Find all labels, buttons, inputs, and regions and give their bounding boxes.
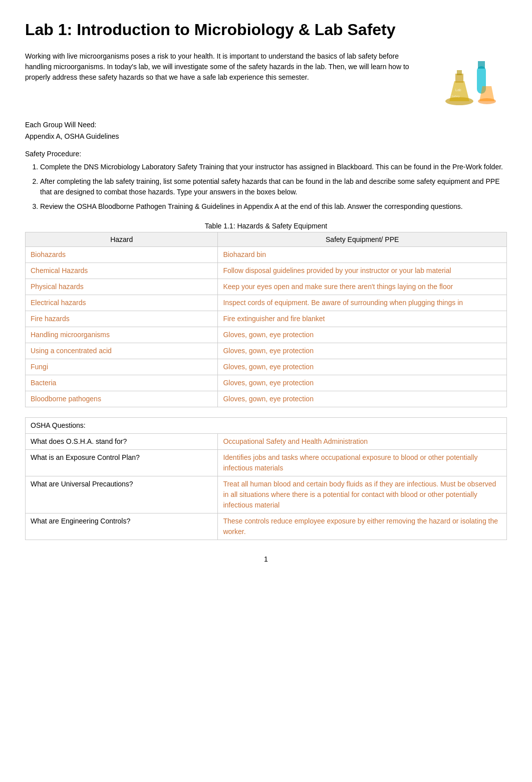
table-header-ppe: Safety Equipment/ PPE xyxy=(218,232,507,247)
svg-text:Lab: Lab xyxy=(455,88,461,92)
osha-answer: Occupational Safety and Health Administr… xyxy=(218,434,507,450)
step-2: After completing the lab safety training… xyxy=(40,176,507,197)
svg-rect-3 xyxy=(457,70,462,75)
materials-items: Appendix A, OSHA Guidelines xyxy=(25,131,507,142)
table-row: Bloodborne pathogens xyxy=(26,391,218,407)
table-row: Handling microorganisms xyxy=(26,327,218,343)
lab-image: Lab Safety xyxy=(427,51,507,111)
intro-section: Working with live microorganisms poses a… xyxy=(25,51,507,111)
table-row: Using a concentrated acid xyxy=(26,343,218,359)
page-title: Lab 1: Introduction to Microbiology & La… xyxy=(25,20,507,39)
table-row: Electrical hazards xyxy=(26,295,218,311)
hazard-table: Hazard Safety Equipment/ PPE BiohazardsB… xyxy=(25,232,507,407)
table-row: Biohazards xyxy=(26,247,218,263)
table-header-hazard: Hazard xyxy=(26,232,218,247)
table-row: Bacteria xyxy=(26,375,218,391)
table-row-ppe: Gloves, gown, eye protection xyxy=(218,391,507,407)
table-row: Fungi xyxy=(26,359,218,375)
osha-label: OSHA Questions: xyxy=(26,418,507,434)
table-row-ppe: Fire extinguisher and fire blanket xyxy=(218,311,507,327)
osha-questions-table: OSHA Questions:What does O.S.H.A. stand … xyxy=(25,417,507,540)
table-row-ppe: Inspect cords of equipment. Be aware of … xyxy=(218,295,507,311)
osha-question: What does O.S.H.A. stand for? xyxy=(26,434,218,450)
table-row-ppe: Gloves, gown, eye protection xyxy=(218,327,507,343)
table-row-ppe: Gloves, gown, eye protection xyxy=(218,359,507,375)
page-number: 1 xyxy=(25,555,507,563)
step-3: Review the OSHA Bloodborne Pathogen Trai… xyxy=(40,201,507,212)
osha-question: What are Engineering Controls? xyxy=(26,513,218,540)
osha-question: What is an Exposure Control Plan? xyxy=(26,450,218,476)
table-row-ppe: Gloves, gown, eye protection xyxy=(218,375,507,391)
table-row-ppe: Follow disposal guidelines provided by y… xyxy=(218,263,507,279)
safety-procedure-list: Complete the DNS Microbiology Laboratory… xyxy=(25,162,507,212)
materials-block: Each Group Will Need: Appendix A, OSHA G… xyxy=(25,119,507,142)
osha-question: What are Universal Precautions? xyxy=(26,476,218,513)
table-row-ppe: Gloves, gown, eye protection xyxy=(218,343,507,359)
table-row: Chemical Hazards xyxy=(26,263,218,279)
table-row: Fire hazards xyxy=(26,311,218,327)
svg-rect-5 xyxy=(478,61,485,69)
osha-answer: These controls reduce employee exposure … xyxy=(218,513,507,540)
materials-label: Each Group Will Need: xyxy=(25,119,507,130)
intro-paragraph: Working with live microorganisms poses a… xyxy=(25,51,417,111)
step-1: Complete the DNS Microbiology Laboratory… xyxy=(40,162,507,172)
osha-answer: Treat all human blood and certain body f… xyxy=(218,476,507,513)
osha-answer: Identifies jobs and tasks where occupati… xyxy=(218,450,507,476)
safety-procedure-label: Safety Procedure: xyxy=(25,150,507,158)
table-row-ppe: Keep your eyes open and make sure there … xyxy=(218,279,507,295)
table-row: Physical hazards xyxy=(26,279,218,295)
table-title: Table 1.1: Hazards & Safety Equipment xyxy=(25,222,507,230)
table-row-ppe: Biohazard bin xyxy=(218,247,507,263)
svg-text:Safety: Safety xyxy=(451,95,460,98)
